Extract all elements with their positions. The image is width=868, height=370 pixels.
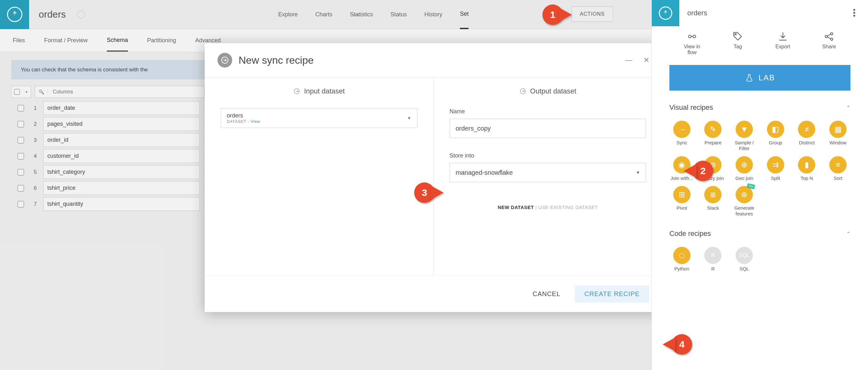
app-header: orders Explore Charts Statistics Status …	[0, 0, 651, 29]
recipe-icon: ⊞	[673, 186, 690, 203]
nav-status[interactable]: Status	[391, 1, 407, 28]
main-nav: Explore Charts Statistics Status History…	[278, 0, 469, 29]
side-logo[interactable]	[652, 0, 679, 26]
nav-explore[interactable]: Explore	[278, 1, 298, 28]
row-checkbox[interactable]	[18, 105, 24, 111]
close-icon[interactable]: ✕	[644, 56, 649, 64]
recipe-fuzzy-join[interactable]: ⊚Fuzzy join	[699, 156, 727, 181]
input-dataset-view-link[interactable]: View	[250, 119, 260, 124]
lab-label: LAB	[758, 73, 775, 82]
column-name-field[interactable]: customer_id	[43, 149, 200, 163]
row-checkbox[interactable]	[18, 121, 24, 127]
existing-dataset-toggle[interactable]: USE EXISTING DATASET	[538, 204, 598, 210]
minimize-icon[interactable]: —	[625, 56, 632, 64]
recipe-icon: R	[704, 247, 721, 264]
cancel-button[interactable]: CANCEL	[525, 285, 568, 303]
recipe-geo-join[interactable]: ⊕Geo join	[730, 156, 758, 181]
svg-point-4	[693, 35, 696, 38]
select-all-checkbox[interactable]: ▼	[11, 86, 31, 98]
lab-button[interactable]: LAB	[670, 65, 850, 91]
recipe-group[interactable]: ◧Group	[762, 121, 789, 151]
nav-history[interactable]: History	[425, 1, 442, 28]
side-actions-row: View in flow Tag Export Share	[652, 26, 868, 60]
code-recipe-python[interactable]: ◯Python	[668, 247, 696, 272]
recipe-sort[interactable]: ≡Sort	[824, 156, 852, 181]
nav-settings[interactable]: Set	[460, 0, 469, 29]
column-search-input[interactable]	[48, 89, 204, 95]
row-number: 5	[30, 169, 37, 175]
recipe-generate-features[interactable]: ⊛NewGenerate features	[730, 186, 758, 217]
store-into-value: managed-snowflake	[456, 169, 513, 176]
recipe-split[interactable]: ⇉Split	[762, 156, 789, 181]
recipe-prepare[interactable]: ✎Prepare	[699, 121, 727, 151]
recipe-stack[interactable]: ≣Stack	[699, 186, 727, 217]
recipe-label: Sort	[833, 175, 842, 181]
more-menu-icon[interactable]	[853, 9, 855, 17]
row-checkbox[interactable]	[18, 201, 24, 207]
refresh-icon[interactable]	[77, 10, 85, 18]
tag-button[interactable]: Tag	[733, 31, 743, 55]
svg-point-6	[825, 35, 827, 37]
code-recipes-header[interactable]: Code recipes ⌃	[652, 223, 868, 244]
recipe-pivot[interactable]: ⊞Pivot	[668, 186, 696, 217]
select-all-dropdown-icon[interactable]: ▼	[25, 90, 28, 94]
column-name-field[interactable]: order_id	[43, 133, 200, 147]
output-header-label: Output dataset	[530, 87, 576, 95]
code-recipe-sql[interactable]: SQLSQL	[730, 247, 758, 272]
recipe-join-with-[interactable]: ◉Join with...	[668, 156, 696, 181]
code-recipe-r[interactable]: RR	[699, 247, 727, 272]
column-name-field[interactable]: pages_visited	[43, 117, 200, 131]
column-name-field[interactable]: tshirt_price	[43, 181, 200, 195]
recipe-label: Join with...	[670, 175, 693, 181]
dataset-mode-toggle[interactable]: NEW DATASET | USE EXISTING DATASET	[450, 204, 646, 210]
chevron-down-icon: ▼	[407, 116, 411, 120]
column-search[interactable]: 🔍	[35, 86, 205, 98]
store-into-select[interactable]: managed-snowflake ▼	[450, 163, 646, 182]
svg-point-8	[831, 38, 833, 40]
recipe-label: Stack	[707, 205, 719, 211]
row-checkbox[interactable]	[18, 169, 24, 175]
output-column: Output dataset Name Store into managed-s…	[434, 78, 662, 276]
subnav-format[interactable]: Format / Preview	[44, 30, 88, 51]
recipe-icon: ▼	[736, 121, 753, 138]
next-arrow-icon[interactable]: →	[351, 9, 361, 20]
app-logo[interactable]	[0, 0, 29, 29]
row-number: 1	[30, 105, 37, 111]
recipe-icon: ⊛New	[736, 186, 753, 203]
subnav-partitioning[interactable]: Partitioning	[147, 30, 176, 51]
side-header: orders	[652, 0, 868, 26]
recipe-label: Geo join	[735, 175, 753, 181]
modal-title: New sync recipe	[239, 54, 314, 66]
new-dataset-toggle[interactable]: NEW DATASET	[498, 204, 534, 210]
recipe-label: Top N	[801, 175, 813, 181]
recipe-icon: ◧	[767, 121, 784, 138]
recipe-top-n[interactable]: ▮Top N	[793, 156, 821, 181]
recipe-icon: ⇉	[767, 156, 784, 173]
row-checkbox[interactable]	[18, 153, 24, 160]
visual-recipes-header[interactable]: Visual recipes ⌃	[652, 97, 868, 118]
subnav-files[interactable]: Files	[13, 30, 25, 51]
column-name-field[interactable]: tshirt_quantity	[43, 197, 200, 211]
row-checkbox[interactable]	[18, 185, 24, 191]
export-button[interactable]: Export	[775, 31, 790, 55]
recipe-sync[interactable]: →Sync	[668, 121, 696, 151]
create-recipe-button[interactable]: CREATE RECIPE	[575, 285, 649, 303]
recipe-label: Group	[769, 140, 782, 146]
view-in-flow-button[interactable]: View in flow	[684, 31, 700, 55]
subnav-schema[interactable]: Schema	[107, 30, 128, 52]
column-name-field[interactable]: tshirt_category	[43, 165, 200, 179]
input-header-label: Input dataset	[304, 87, 345, 95]
recipe-distinct[interactable]: ≠Distinct	[793, 121, 821, 151]
recipe-window[interactable]: ▦Window	[824, 121, 852, 151]
nav-charts[interactable]: Charts	[315, 1, 332, 28]
row-checkbox[interactable]	[18, 137, 24, 143]
actions-button[interactable]: ACTIONS	[571, 6, 613, 22]
code-recipes-label: Code recipes	[670, 229, 711, 238]
select-all-box[interactable]	[14, 89, 20, 95]
recipe-label: Pivot	[676, 205, 687, 211]
output-name-input[interactable]	[450, 119, 646, 138]
column-name-field[interactable]: order_date	[43, 101, 200, 115]
input-dataset-select[interactable]: orders DATASET - View ▼	[221, 108, 417, 128]
share-button[interactable]: Share	[822, 31, 836, 55]
recipe-sample-filter[interactable]: ▼Sample / Filter	[730, 121, 758, 151]
